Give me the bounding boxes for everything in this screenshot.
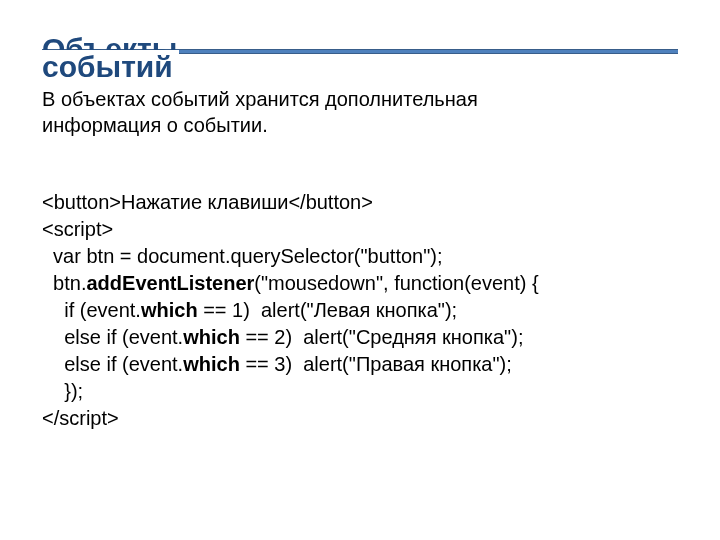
intro-text-line-1: В объектах событий хранится дополнительн… [42, 86, 678, 112]
slide-title: Объекты событий [42, 32, 678, 88]
code-line-8: }); [42, 380, 83, 402]
code-block: <button>Нажатие клавиши</button> <script… [42, 162, 678, 459]
code-line-5: if (event.which == 1) alert("Левая кнопк… [42, 299, 457, 321]
code-line-4: btn.addEventListener("mousedown", functi… [42, 272, 539, 294]
code-line-9: </script> [42, 407, 119, 429]
code-line-2: <script> [42, 218, 113, 240]
code-line-3: var btn = document.querySelector("button… [42, 245, 443, 267]
slide-body: В объектах событий хранится дополнительн… [42, 86, 678, 459]
code-line-6: else if (event.which == 2) alert("Средня… [42, 326, 523, 348]
intro-text-line-2: информация о событии. [42, 112, 678, 138]
slide: Объекты событий В объектах событий храни… [0, 0, 720, 540]
title-line-2: событий [42, 50, 179, 85]
code-line-7: else if (event.which == 3) alert("Правая… [42, 353, 512, 375]
code-line-1: <button>Нажатие клавиши</button> [42, 191, 373, 213]
